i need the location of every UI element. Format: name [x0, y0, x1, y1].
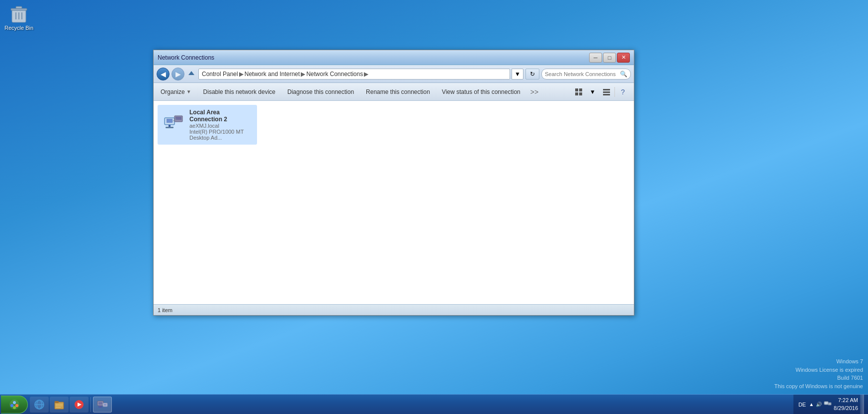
organize-button[interactable]: Organize ▼	[159, 87, 193, 96]
lan-icon	[162, 113, 185, 137]
window-title-bar: Network Connections ─ □ ✕	[154, 50, 634, 65]
svg-rect-56	[828, 403, 831, 405]
status-bar: 1 item	[154, 304, 634, 315]
connection-sub2: Intel(R) PRO/1000 MT Desktop Ad...	[189, 129, 253, 141]
svg-rect-13	[603, 89, 610, 90]
toolbar-right: ▼ ?	[573, 86, 629, 98]
svg-rect-9	[575, 88, 578, 91]
toolbar: Organize ▼ Disable this network device D…	[154, 83, 634, 101]
window-title: Network Connections	[158, 54, 589, 61]
svg-rect-51	[99, 406, 101, 407]
path-control-panel: Control Panel	[202, 71, 238, 78]
svg-rect-21	[175, 117, 181, 120]
watermark-line1: Windows 7	[774, 357, 863, 366]
search-input[interactable]	[545, 71, 618, 77]
window-controls: ─ □ ✕	[589, 53, 630, 63]
connection-sub1: aeXMJ.local	[189, 123, 253, 129]
help-button[interactable]: ?	[617, 86, 629, 98]
svg-rect-46	[56, 407, 61, 408]
recycle-bin-icon[interactable]: Recycle Bin	[0, 2, 37, 33]
connection-name: Local Area Connection 2	[189, 109, 253, 123]
svg-point-36	[15, 404, 18, 407]
svg-rect-52	[98, 407, 102, 408]
organize-chevron: ▼	[186, 89, 191, 94]
recycle-bin-graphic	[9, 4, 29, 24]
svg-rect-10	[579, 88, 582, 91]
taskbar-item-explorer[interactable]	[50, 397, 69, 413]
content-area: Local Area Connection 2 aeXMJ.local Inte…	[154, 101, 634, 304]
clock-time: 7:22 AM	[834, 397, 858, 404]
details-view-button[interactable]	[601, 86, 612, 98]
system-clock[interactable]: 7:22 AM 8/29/2016	[834, 397, 858, 412]
maximize-button[interactable]: □	[603, 53, 616, 63]
path-network-internet: Network and Internet	[245, 71, 300, 78]
taskbar-separator	[90, 397, 91, 412]
network-icon	[96, 399, 108, 411]
show-desktop-button[interactable]	[860, 395, 864, 414]
path-sep-1: ▶	[239, 71, 244, 78]
arrow-up-icon[interactable]: ▲	[809, 402, 814, 407]
tray-icons: DE ▲ 🔊	[797, 401, 832, 409]
svg-marker-8	[188, 71, 194, 75]
svg-rect-12	[579, 92, 582, 95]
volume-icon[interactable]: 🔊	[816, 402, 822, 407]
file-item-lan2[interactable]: Local Area Connection 2 aeXMJ.local Inte…	[158, 105, 257, 145]
system-tray: DE ▲ 🔊 7:22 AM 8/29/2016	[793, 395, 868, 414]
minimize-button[interactable]: ─	[589, 53, 602, 63]
svg-point-41	[35, 400, 44, 409]
svg-rect-44	[56, 404, 63, 405]
back-button[interactable]: ◀	[157, 68, 170, 81]
close-button[interactable]: ✕	[617, 53, 630, 63]
svg-rect-15	[603, 94, 610, 95]
svg-rect-55	[824, 402, 828, 405]
svg-rect-43	[55, 401, 59, 403]
language-indicator[interactable]: DE	[797, 402, 807, 408]
address-bar: ◀ ▶ Control Panel ▶ Network and Internet…	[154, 65, 634, 83]
path-network-connections: Network Connections	[306, 71, 363, 78]
svg-rect-45	[56, 406, 63, 406]
rename-connection-button[interactable]: Rename this connection	[364, 87, 432, 96]
taskbar-item-ie[interactable]	[30, 397, 49, 413]
start-button[interactable]	[1, 396, 28, 414]
address-path[interactable]: Control Panel ▶ Network and Internet ▶ N…	[198, 69, 510, 80]
up-button[interactable]	[186, 69, 196, 79]
watermark-line2: Windows License is expired	[774, 366, 863, 374]
svg-point-35	[10, 404, 13, 407]
clock-date: 8/29/2016	[834, 405, 858, 412]
taskbar: DE ▲ 🔊 7:22 AM 8/29/2016	[0, 394, 868, 414]
search-icon: 🔍	[620, 71, 627, 78]
refresh-button[interactable]: ↻	[525, 69, 539, 80]
explorer-icon	[53, 399, 65, 411]
media-icon	[73, 399, 85, 411]
status-text: 1 item	[158, 307, 173, 313]
diagnose-connection-button[interactable]: Diagnose this connection	[285, 87, 356, 96]
svg-point-37	[13, 406, 16, 409]
taskbar-item-network[interactable]	[93, 397, 112, 413]
svg-rect-1	[11, 8, 27, 10]
explorer-window: Network Connections ─ □ ✕ ◀ ▶ Control Pa…	[153, 50, 634, 316]
path-sep-2: ▶	[301, 71, 305, 78]
search-box[interactable]: 🔍	[541, 69, 631, 80]
disable-network-button[interactable]: Disable this network device	[201, 87, 277, 96]
svg-rect-14	[603, 91, 610, 93]
forward-button[interactable]: ▶	[172, 68, 184, 81]
taskbar-item-media[interactable]	[70, 397, 88, 413]
view-icon-button[interactable]	[573, 86, 585, 98]
network-tray-icon[interactable]	[824, 401, 832, 409]
path-dropdown-button[interactable]: ▼	[512, 69, 523, 80]
view-status-button[interactable]: View status of this connection	[440, 87, 522, 96]
ie-icon	[33, 399, 45, 411]
watermark-line3: Build 7601	[774, 374, 863, 382]
watermark-line4: This copy of Windows is not genuine	[774, 382, 863, 391]
svg-rect-50	[98, 402, 102, 405]
svg-rect-18	[169, 125, 171, 127]
svg-rect-19	[166, 127, 174, 128]
svg-rect-4	[16, 6, 22, 8]
desktop: Recycle Bin Network Connections ─ □ ✕ ◀ …	[0, 0, 868, 414]
path-sep-3: ▶	[364, 71, 368, 78]
toolbar-divider	[614, 87, 615, 97]
more-options-button[interactable]: >>	[530, 88, 538, 96]
view-list-button[interactable]: ▼	[587, 86, 599, 98]
svg-rect-54	[104, 404, 106, 406]
svg-point-34	[13, 401, 16, 404]
